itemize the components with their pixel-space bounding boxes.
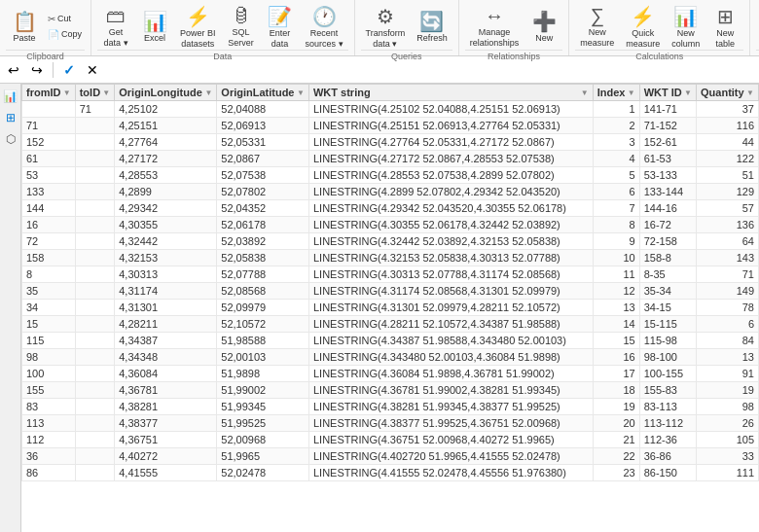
table-cell: 122 [697, 151, 759, 167]
powerbi-button[interactable]: ⚡ Power BIdatasets [175, 3, 221, 50]
confirm-button[interactable]: ✓ [59, 60, 79, 80]
table-row[interactable]: 1004,3608451,9898LINESTRING(4.36084 51.9… [22, 366, 759, 382]
table-row[interactable]: 354,3117452,08568LINESTRING(4.31174 52.0… [22, 283, 759, 300]
col-dropdown-fromid[interactable]: ▼ [63, 89, 71, 97]
table-cell: 57 [697, 200, 759, 217]
table-row[interactable]: 614,2717252,0867LINESTRING(4.27172 52.08… [22, 151, 759, 167]
table-area[interactable]: fromID▼ toID▼ OriginLongitude▼ OriginLat… [21, 84, 759, 532]
table-row[interactable]: 534,2855352,07538LINESTRING(4.28553 52.0… [22, 167, 759, 184]
table-cell: 19 [697, 382, 759, 399]
new-column-button[interactable]: 📊 Newcolumn [667, 3, 705, 50]
col-header-origlon[interactable]: OriginLongitude▼ [115, 85, 217, 101]
table-cell: 100 [22, 366, 76, 382]
table-row[interactable]: 1554,3678151,99002LINESTRING(4.36781 51.… [22, 382, 759, 399]
col-dropdown-toid[interactable]: ▼ [102, 89, 110, 97]
new-table-label: Newtable [716, 28, 736, 50]
table-row[interactable]: 1584,3215352,05838LINESTRING(4.32153 52.… [22, 250, 759, 266]
table-cell: 72-158 [639, 233, 696, 250]
sql-icon: 🛢 [232, 5, 251, 27]
table-cell: 129 [697, 184, 759, 200]
col-dropdown-origlat[interactable]: ▼ [297, 89, 305, 97]
table-row[interactable]: 1124,3675152,00968LINESTRING(4.36751 52.… [22, 432, 759, 448]
table-row[interactable]: 1134,3837751,99525LINESTRING(4.38377 51.… [22, 415, 759, 432]
table-cell: 112 [22, 432, 76, 448]
table-row[interactable]: 714,2515152,06913LINESTRING(4.25151 52.0… [22, 118, 759, 134]
table-cell: 4,34387 [115, 333, 217, 349]
refresh-button[interactable]: 🔄 Refresh [412, 3, 452, 50]
table-cell: 4,41555 [115, 465, 217, 481]
col-dropdown-wktid[interactable]: ▼ [684, 89, 692, 97]
table-cell: 115 [22, 333, 76, 349]
col-header-toid[interactable]: toID▼ [75, 85, 115, 101]
table-cell: 91 [697, 366, 759, 382]
table-cell: 4,2899 [115, 184, 217, 200]
table-cell: 152-61 [639, 134, 696, 151]
table-cell: 44 [697, 134, 759, 151]
table-cell: 52,03892 [217, 233, 309, 250]
table-row[interactable]: 864,4155552,02478LINESTRING(4.41555 52.0… [22, 465, 759, 481]
col-dropdown-index[interactable]: ▼ [628, 89, 635, 97]
table-cell: 19 [593, 399, 639, 415]
excel-button[interactable]: 📊 Excel [136, 3, 173, 50]
manage-relationships-button[interactable]: ↔ Managerelationships [465, 3, 524, 50]
table-row[interactable]: 714,2510252,04088LINESTRING(4.25102 52.0… [22, 101, 759, 118]
enter-data-button[interactable]: 📝 Enterdata [262, 3, 299, 50]
table-row[interactable]: 1524,2776452,05331LINESTRING(4.27764 52.… [22, 134, 759, 151]
table-row[interactable]: 834,3828151,99345LINESTRING(4.38281 51.9… [22, 399, 759, 415]
table-cell [22, 101, 76, 118]
quick-measure-button[interactable]: ⚡ Quickmeasure [621, 3, 665, 50]
col-dropdown-wkt[interactable]: ▼ [581, 89, 589, 97]
table-row[interactable]: 724,3244252,03892LINESTRING(4.32442 52.0… [22, 233, 759, 250]
table-cell: 11 [593, 266, 639, 283]
table-row[interactable]: 84,3031352,07788LINESTRING(4.30313 52.07… [22, 266, 759, 283]
sidebar-icon-chart[interactable]: 📊 [2, 88, 19, 105]
redo-button[interactable]: ↪ [27, 60, 47, 80]
sidebar-icon-model[interactable]: ⬡ [2, 130, 19, 148]
table-cell: 52,0867 [217, 151, 309, 167]
paste-button[interactable]: 📋 Paste [6, 3, 43, 50]
col-dropdown-qty[interactable]: ▼ [746, 89, 754, 97]
new-button[interactable]: ➕ New [525, 3, 562, 50]
table-row[interactable]: 364,4027251,9965LINESTRING(4.402720 51.9… [22, 448, 759, 465]
table-cell: 149 [697, 283, 759, 300]
table-cell: 8 [593, 217, 639, 233]
table-row[interactable]: 984,3434852,00103LINESTRING(4.343480 52.… [22, 349, 759, 366]
table-header-row: fromID▼ toID▼ OriginLongitude▼ OriginLat… [22, 85, 759, 101]
col-header-qty[interactable]: Quantity▼ [697, 85, 759, 101]
col-header-index[interactable]: Index▼ [593, 85, 639, 101]
table-cell: 4,34348 [115, 349, 217, 366]
sql-button[interactable]: 🛢 SQLServer [223, 3, 260, 50]
cut-button[interactable]: ✂ Cut [45, 12, 85, 26]
table-cell [75, 465, 115, 481]
col-dropdown-origlon[interactable]: ▼ [204, 89, 212, 97]
cancel-button[interactable]: ✕ [83, 60, 102, 80]
copy-button[interactable]: 📄 Copy [45, 27, 85, 42]
col-header-wktid[interactable]: WKT ID▼ [639, 85, 696, 101]
get-data-button[interactable]: 🗃 Getdata ▾ [97, 3, 134, 50]
table-cell: 6 [593, 184, 639, 200]
table-row[interactable]: 1154,3438751,98588LINESTRING(4.34387 51.… [22, 333, 759, 349]
table-row[interactable]: 1334,289952,07802LINESTRING(4.2899 52.07… [22, 184, 759, 200]
new-measure-button[interactable]: ∑ Newmeasure [575, 3, 619, 50]
sidebar-icon-table[interactable]: ⊞ [2, 109, 19, 126]
table-cell: 35 [22, 283, 76, 300]
table-cell: 52,06178 [217, 217, 309, 233]
col-header-fromid[interactable]: fromID▼ [22, 85, 76, 101]
col-header-wkt[interactable]: WKT string▼ [308, 85, 593, 101]
table-row[interactable]: 1444,2934252,04352LINESTRING(4.29342 52.… [22, 200, 759, 217]
new-column-label: Newcolumn [671, 28, 700, 50]
col-header-origlat[interactable]: OriginLatitude▼ [217, 85, 309, 101]
table-row[interactable]: 154,2821152,10572LINESTRING(4.28211 52.1… [22, 316, 759, 333]
new-table-button[interactable]: ⊞ Newtable [706, 3, 743, 50]
table-cell: 3 [593, 134, 639, 151]
table-cell: 16 [22, 217, 76, 233]
undo-button[interactable]: ↩ [4, 60, 23, 80]
table-cell: LINESTRING(4.41555 52.02478,4.45556 51.9… [308, 465, 593, 481]
table-cell: 23 [593, 465, 639, 481]
table-row[interactable]: 344,3130152,09979LINESTRING(4.31301 52.0… [22, 300, 759, 316]
table-cell: 51,9965 [217, 448, 309, 465]
table-row[interactable]: 164,3035552,06178LINESTRING(4.30355 52.0… [22, 217, 759, 233]
table-cell: 13 [593, 300, 639, 316]
transform-button[interactable]: ⚙ Transformdata ▾ [361, 3, 411, 50]
recent-sources-button[interactable]: 🕐 Recentsources ▾ [301, 3, 348, 50]
